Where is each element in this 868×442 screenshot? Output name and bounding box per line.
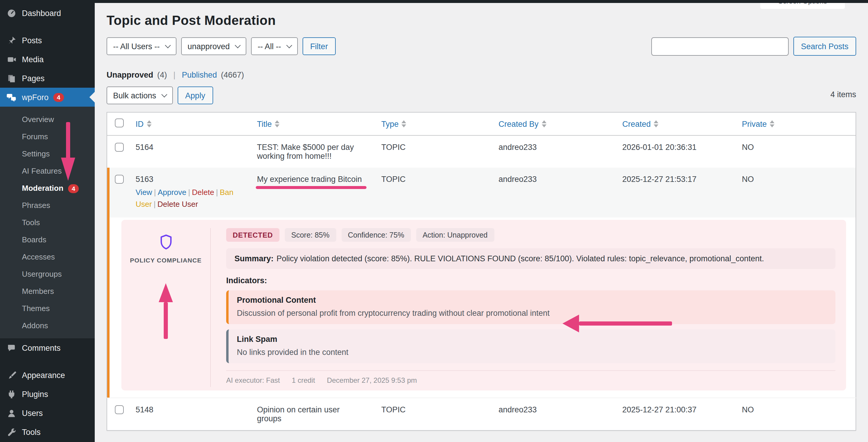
panel-body: DETECTED Score: 85% Confidence: 75% Acti… xyxy=(211,228,835,387)
cell-private: NO xyxy=(736,168,856,218)
sidebar-item-dashboard[interactable]: Dashboard xyxy=(0,4,95,23)
sidebar-item-appearance[interactable]: Appearance xyxy=(0,365,95,385)
bulk-actions-toolbar: Bulk actions Apply 4 items xyxy=(106,87,856,104)
policy-compliance-panel: POLICY COMPLIANCE DETECTED Score: 85% Co… xyxy=(121,220,846,391)
wordpress-admin-screen: Dashboard Posts Media Pages wpForo xyxy=(0,0,868,442)
wrench-icon xyxy=(6,426,17,437)
cell-created: 2025-12-27 21:00:37 xyxy=(616,398,736,431)
sidebar-item-wpforo[interactable]: wpForo 4 xyxy=(0,88,95,107)
submenu-item-usergroups[interactable]: Usergroups xyxy=(0,265,95,283)
sidebar-item-label: Dashboard xyxy=(22,8,61,18)
analysis-timestamp: December 27, 2025 9:53 pm xyxy=(327,377,417,385)
sidebar-item-label: Pages xyxy=(22,74,45,83)
badge-row: DETECTED Score: 85% Confidence: 75% Acti… xyxy=(226,228,835,242)
comment-icon xyxy=(6,343,17,353)
cell-private: NO xyxy=(736,398,856,431)
admin-top-bar xyxy=(0,0,868,3)
shield-icon xyxy=(159,234,173,250)
filter-button[interactable]: Filter xyxy=(303,37,336,55)
submenu-item-overview[interactable]: Overview xyxy=(0,111,95,128)
sort-icon xyxy=(402,120,406,127)
submenu-item-boards[interactable]: Boards xyxy=(0,231,95,248)
sidebar-item-label: Appearance xyxy=(22,371,65,380)
select-all-checkbox[interactable] xyxy=(115,118,124,127)
cell-title: Opinion on certain user groups xyxy=(257,406,362,423)
sidebar-item-media[interactable]: Media xyxy=(0,50,95,69)
indicator-title: Promotional Content xyxy=(237,296,827,305)
indicator-description: Discussion of personal profit from crypt… xyxy=(237,309,827,318)
user-icon xyxy=(6,408,17,418)
submenu-item-settings[interactable]: Settings xyxy=(0,145,95,163)
ai-executor: AI executor: Fast xyxy=(226,377,280,385)
ai-detail-row: POLICY COMPLIANCE DETECTED Score: 85% Co… xyxy=(107,218,856,398)
cell-created-by: andreo233 xyxy=(493,136,616,168)
delete-link[interactable]: Delete xyxy=(192,188,214,197)
row-checkbox[interactable] xyxy=(115,406,124,414)
cell-created: 2026-01-01 20:36:31 xyxy=(616,136,736,168)
sidebar-item-plugins[interactable]: Plugins xyxy=(0,385,95,404)
indicators-label: Indicators: xyxy=(226,276,835,285)
search-posts-button[interactable]: Search Posts xyxy=(793,37,856,56)
cell-type: TOPIC xyxy=(375,136,493,168)
indicator-promotional-content: Promotional Content Discussion of person… xyxy=(226,291,835,324)
submenu-item-moderation[interactable]: Moderation4 xyxy=(0,179,95,197)
submenu-item-forums[interactable]: Forums xyxy=(0,128,95,145)
sort-header-type[interactable]: Type xyxy=(381,119,406,128)
row-actions: View|Approve|Delete|Ban User|Delete User xyxy=(135,187,242,211)
view-unapproved[interactable]: Unapproved xyxy=(106,70,153,79)
delete-user-link[interactable]: Delete User xyxy=(157,200,198,209)
cell-type: TOPIC xyxy=(375,398,493,431)
chevron-down-icon xyxy=(286,42,292,48)
indicator-link-spam: Link Spam No links provided in the conte… xyxy=(226,330,835,363)
sort-icon xyxy=(275,120,279,127)
confidence-badge: Confidence: 75% xyxy=(341,228,411,242)
sidebar-item-label: Posts xyxy=(22,36,42,45)
status-filter-select[interactable]: unapproved xyxy=(181,37,247,55)
submenu-item-phrases[interactable]: Phrases xyxy=(0,197,95,214)
user-filter-select[interactable]: -- All Users -- xyxy=(106,37,177,55)
submenu-item-themes[interactable]: Themes xyxy=(0,300,95,317)
sort-header-private[interactable]: Private xyxy=(742,119,774,128)
submenu-item-addons[interactable]: Addons xyxy=(0,317,95,334)
search-input[interactable] xyxy=(651,37,788,55)
action-badge: Action: Unapproved xyxy=(416,228,494,242)
sidebar-item-comments[interactable]: Comments xyxy=(0,338,95,357)
view-published[interactable]: Published xyxy=(182,70,217,79)
sidebar-item-tools[interactable]: Tools xyxy=(0,422,95,441)
sort-header-created-by[interactable]: Created By xyxy=(499,119,546,128)
cell-id: 5164 xyxy=(130,136,251,168)
plug-icon xyxy=(6,389,17,399)
submenu-item-accesses[interactable]: Accesses xyxy=(0,248,95,265)
cell-created: 2025-12-27 21:53:17 xyxy=(616,168,736,218)
sort-header-id[interactable]: ID xyxy=(135,119,151,128)
row-checkbox[interactable] xyxy=(115,143,124,152)
menu-separator xyxy=(0,357,95,365)
type-filter-select[interactable]: -- All -- xyxy=(251,37,298,55)
submenu-item-tools[interactable]: Tools xyxy=(0,214,95,231)
submenu-item-ai-features[interactable]: AI Features xyxy=(0,163,95,179)
sort-header-title[interactable]: Title xyxy=(257,119,279,128)
summary-box: Summary:Policy violation detected (score… xyxy=(226,248,835,269)
cell-type: TOPIC xyxy=(375,168,493,218)
chevron-down-icon xyxy=(161,91,167,97)
sidebar-item-pages[interactable]: Pages xyxy=(0,69,95,88)
sidebar-item-posts[interactable]: Posts xyxy=(0,31,95,50)
summary-label: Summary: xyxy=(235,255,274,263)
sort-header-created[interactable]: Created xyxy=(622,119,658,128)
approve-link[interactable]: Approve xyxy=(158,188,187,197)
submenu-item-members[interactable]: Members xyxy=(0,283,95,300)
view-link[interactable]: View xyxy=(135,188,152,197)
sidebar-item-label: Media xyxy=(22,55,44,64)
main-content: Topic and Post Moderation -- All Users -… xyxy=(95,0,868,442)
bulk-actions-select[interactable]: Bulk actions xyxy=(106,87,173,104)
view-separator: | xyxy=(174,70,176,79)
wpforo-submenu: Overview Forums Settings AI Features Mod… xyxy=(0,107,95,338)
wpforo-count-badge: 4 xyxy=(53,93,64,101)
brush-icon xyxy=(6,370,17,380)
view-switcher: Unapproved (4) | Published (4667) xyxy=(106,70,856,79)
sidebar-item-users[interactable]: Users xyxy=(0,404,95,422)
row-checkbox[interactable] xyxy=(115,175,124,184)
panel-left-column: POLICY COMPLIANCE xyxy=(121,228,210,387)
sidebar-item-label: Plugins xyxy=(22,389,48,399)
apply-button[interactable]: Apply xyxy=(178,87,213,104)
